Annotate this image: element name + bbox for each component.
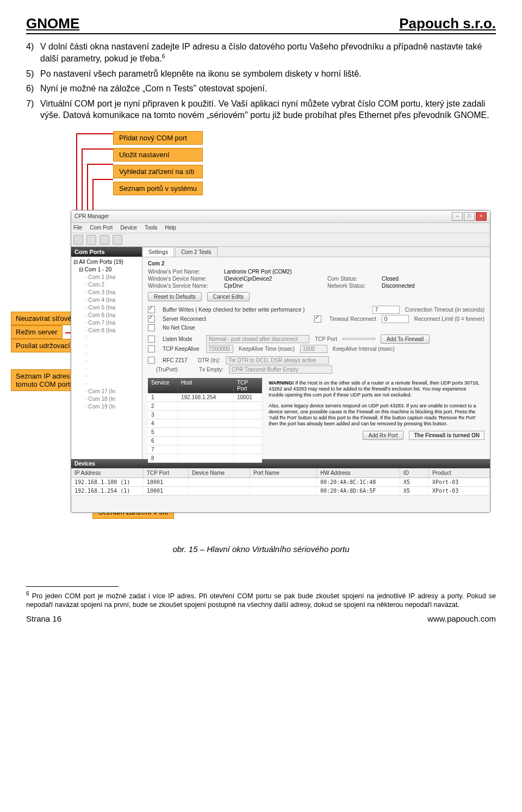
warning-text-2: Also, some legacy device servers respond…	[266, 401, 484, 430]
tree-item[interactable]: · Com 7 (Ina	[85, 319, 140, 327]
tree-item[interactable]: ·	[85, 357, 140, 365]
window-title: CPR Manager	[74, 213, 109, 219]
tree-item[interactable]: ·	[85, 342, 140, 350]
titlebar: CPR Manager – □ ×	[71, 210, 490, 223]
callout-server-mode: Režim server	[11, 325, 63, 339]
footnote: 6 Pro jeden COM port je možné zadat i ví…	[26, 590, 496, 610]
tx-empty-select[interactable]: CPR Transmit Buffer Empty	[229, 365, 332, 374]
header-left: GNOME	[26, 15, 79, 32]
device-row[interactable]: 192.168.1.254 (1)1000100:20:4A:8D:6A:5FX…	[71, 487, 490, 495]
figure: Přidat nový COM port Uložit nastavení Vy…	[33, 131, 489, 523]
listen-mode-checkbox[interactable]	[148, 336, 155, 343]
tree-item[interactable]: ·	[85, 350, 140, 357]
dtr-select[interactable]: Tie DTR to DCD, DSR always active	[226, 356, 329, 364]
tree-item[interactable]: · Com 2	[85, 281, 140, 289]
add-rx-port-button[interactable]: Add Rx Port	[363, 431, 404, 440]
tree-item[interactable]: ·	[85, 373, 140, 380]
rfc2217-checkbox[interactable]	[148, 357, 155, 364]
tree-item[interactable]: · Com 18 (In	[85, 395, 140, 403]
tree-item[interactable]: · Com 5 (Ina	[85, 304, 140, 312]
tree-item[interactable]: · Com 8 (Ina	[85, 327, 140, 334]
cpr-manager-window: CPR Manager – □ × File Com Port Device T…	[71, 210, 490, 513]
keepalive-checkbox[interactable]	[148, 345, 155, 352]
header-rule	[26, 33, 496, 34]
item5-text: Po nastavení všech parametrů klepněte na…	[40, 68, 496, 80]
host-row[interactable]: 6	[148, 437, 262, 445]
server-reconnect-checkbox[interactable]	[148, 315, 155, 323]
callout-search-net: Vyhledat zařízení na síti	[113, 165, 203, 178]
close-button[interactable]: ×	[476, 212, 487, 221]
host-row[interactable]: 2	[148, 402, 262, 411]
tree-item[interactable]: · Com 6 (Ina	[85, 312, 140, 319]
tree-item[interactable]: ·	[85, 365, 140, 373]
footnote-sep	[26, 586, 119, 587]
item6-text: Nyní je možné na záložce „Com n Tests" o…	[40, 83, 496, 95]
toolbar	[71, 233, 490, 247]
firewall-status: The Firewall is turned ON	[409, 431, 484, 440]
callout-save: Uložit nastavení	[113, 148, 203, 162]
toolbar-add-icon[interactable]	[73, 235, 83, 245]
tab-settings[interactable]: Settings	[142, 247, 174, 257]
timeout-reconnect-checkbox[interactable]	[314, 315, 321, 323]
tree-item[interactable]: ·	[85, 334, 140, 342]
menu-tools[interactable]: Tools	[145, 225, 157, 231]
host-row[interactable]: 3	[148, 411, 262, 419]
warning-text-1: WARNING! WARNING! If the Host is on the …	[266, 378, 484, 401]
add-firewall-button[interactable]: Add To Firewall	[381, 334, 430, 344]
host-row[interactable]: 5	[148, 428, 262, 437]
reset-defaults-button[interactable]: Reset to Defaults	[148, 292, 202, 301]
device-row[interactable]: 192.168.1.100 (1)1000100:20:4A:8C:1C:48X…	[71, 478, 490, 487]
host-row[interactable]: 8	[148, 454, 262, 463]
page-number: Strana 16	[26, 614, 61, 623]
port-label: Com 2	[148, 261, 484, 266]
tree-item[interactable]: · Com 4 (Ina	[85, 296, 140, 304]
host-row[interactable]: 1192.168.1.25410001	[148, 393, 262, 402]
figure-caption: obr. 15 – Hlavní okno Virtuálního sériov…	[26, 544, 496, 554]
sidebar-header: Com Ports	[71, 247, 142, 257]
header-right: Papouch s.r.o.	[399, 15, 496, 32]
conn-timeout-field[interactable]: 7	[372, 306, 400, 314]
sidebar: Com Ports ⊟ All Com Ports (19) ⊟ Com 1 -…	[71, 247, 142, 459]
item6-num: 6)	[26, 83, 40, 95]
keepalive-time-field[interactable]: 7200000	[206, 345, 233, 353]
host-table: ServiceHostTCP Port 1192.168.1.254100012…	[148, 378, 262, 463]
menu-help[interactable]: Help	[165, 225, 176, 231]
item5-num: 5)	[26, 68, 40, 80]
no-net-close-checkbox[interactable]	[148, 324, 155, 331]
item7-text: Virtuální COM port je nyní připraven k p…	[40, 98, 496, 121]
buffer-writes-checkbox[interactable]	[148, 306, 155, 313]
toolbar-search-icon[interactable]	[100, 235, 109, 245]
tree-item[interactable]: ·	[85, 380, 140, 388]
toolbar-save-icon[interactable]	[86, 235, 96, 245]
instruction-list: 4) V dolní části okna nastavení zadejte …	[26, 41, 496, 121]
tree-item[interactable]: · Com 3 (Ina	[85, 289, 140, 296]
callout-port-list: Seznam portů v systému	[113, 182, 203, 195]
host-row[interactable]: 7	[148, 445, 262, 454]
menu-file[interactable]: File	[73, 225, 82, 231]
tree-item[interactable]: · Com 1 (Ina	[85, 274, 140, 281]
timeout-reconnect-field[interactable]: 0	[382, 315, 409, 323]
tcp-port-field[interactable]	[343, 338, 375, 340]
tree-item[interactable]: · Com 17 (In	[85, 388, 140, 395]
callout-add-port: Přidat nový COM port	[113, 131, 203, 145]
tree-item[interactable]: · Com 19 (In	[85, 403, 140, 411]
listen-mode-select[interactable]: Normal - port closed after disconnect	[206, 335, 309, 343]
menubar: File Com Port Device Tools Help	[71, 223, 490, 233]
item4-text: V dolní části okna nastavení zadejte IP …	[40, 41, 496, 65]
menu-comport[interactable]: Com Port	[90, 225, 113, 231]
item4-num: 4)	[26, 41, 40, 65]
host-row[interactable]: 4	[148, 419, 262, 428]
maximize-button[interactable]: □	[464, 212, 475, 221]
keepalive-interval-field[interactable]: 1000	[300, 345, 327, 353]
toolbar-refresh-icon[interactable]	[113, 235, 122, 245]
minimize-button[interactable]: –	[452, 212, 463, 221]
tab-tests[interactable]: Com 2 Tests	[175, 247, 217, 257]
footer-url: www.papouch.com	[427, 614, 496, 623]
settings-panel: Settings Com 2 Tests Com 2 Window's Port…	[142, 247, 490, 459]
port-tree[interactable]: ⊟ All Com Ports (19) ⊟ Com 1 - 20 · Com …	[71, 257, 142, 412]
cancel-edits-button[interactable]: Cancel Edits	[207, 292, 250, 301]
menu-device[interactable]: Device	[120, 225, 137, 231]
devices-columns: IP Address TCP Port Device Name Port Nam…	[71, 468, 490, 478]
item7-num: 7)	[26, 98, 40, 121]
